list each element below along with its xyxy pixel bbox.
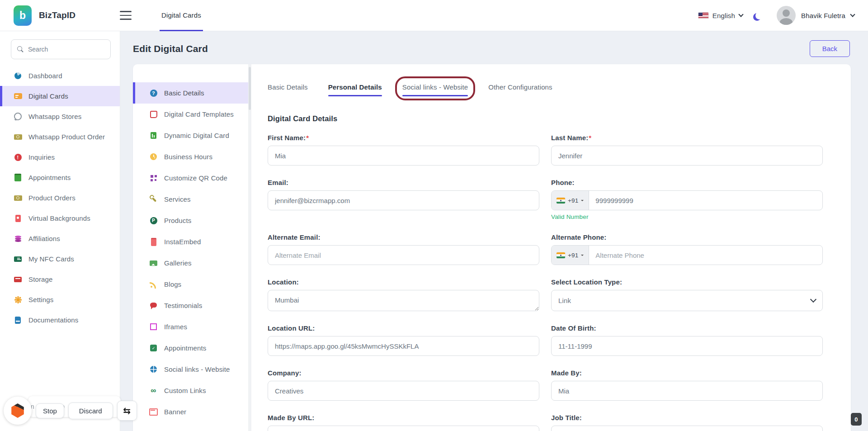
sidebar-item-label: Settings (28, 296, 53, 303)
select-value: Link (558, 297, 571, 304)
dial-code: +91 (568, 197, 578, 204)
user-menu[interactable]: Bhavik Fuletra (777, 6, 854, 25)
globe-icon (149, 365, 158, 374)
extension-logo-button[interactable] (4, 397, 32, 425)
phone-input[interactable] (589, 197, 822, 204)
tab-label: Basic Details (268, 83, 308, 91)
caret-down-icon (581, 255, 584, 257)
alternate-phone-phone-field: +91 (551, 245, 823, 265)
detail-tabs: Basic DetailsPersonal DetailsSocial link… (268, 82, 823, 101)
field-location: Location: (268, 278, 539, 311)
biztapid-logo-icon: b (14, 5, 32, 26)
sidebar-item-digital-cards[interactable]: Digital Cards (0, 86, 120, 106)
discard-button[interactable]: Discard (68, 403, 113, 419)
sidebar-item-product-orders[interactable]: Product Orders (0, 188, 120, 208)
panel-item-iframes[interactable]: Iframes (133, 316, 251, 337)
sidebar-item-label: Inquiries (28, 153, 55, 161)
alternate-phone-input[interactable] (589, 251, 822, 259)
made-by-url-input[interactable] (268, 426, 539, 431)
sidebar-item-whatsapp-stores[interactable]: Whatsapp Stores (0, 106, 120, 127)
required-asterisk: * (589, 134, 591, 142)
panel-item-custom-links[interactable]: Custom Links (133, 380, 251, 401)
sidebar-item-virtual-backgrounds[interactable]: Virtual Backgrounds (0, 208, 120, 228)
sidebar-item-dashboard[interactable]: Dashboard (0, 66, 120, 86)
panel-item-dynamic-digital-card[interactable]: Dynamic Digital Card (133, 125, 251, 146)
panel-item-blogs[interactable]: Blogs (133, 274, 251, 295)
field-last-name: Last Name:* (551, 134, 823, 166)
email-input[interactable] (268, 190, 539, 210)
digital-cards-icon (14, 92, 22, 100)
panel-item-galleries[interactable]: Galleries (133, 252, 251, 274)
tab-personal-details[interactable]: Personal Details (328, 82, 382, 94)
panel-item-label: Banner (164, 408, 186, 416)
avatar (777, 6, 796, 25)
panel-item-appointments[interactable]: Appointments (133, 337, 251, 359)
main-area: Edit Digital Card Back Basic DetailsDigi… (120, 31, 868, 431)
sidebar-search[interactable] (11, 39, 111, 59)
select-location-type-select[interactable]: Link (551, 290, 823, 311)
field-label-text: Job Title: (551, 414, 582, 422)
field-label: Date Of Birth: (551, 324, 823, 332)
date-of-birth-input[interactable] (551, 336, 823, 356)
tab-basic-details[interactable]: Basic Details (268, 82, 308, 94)
panel-scrollbar[interactable] (248, 64, 251, 431)
stop-button[interactable]: Stop (36, 403, 64, 418)
sidebar-item-affiliations[interactable]: Affiliations (0, 228, 120, 249)
field-made-by-url: Made By URL: (268, 414, 539, 431)
panel-item-digital-card-templates[interactable]: Digital Card Templates (133, 104, 251, 125)
field-job-title: Job Title: (551, 414, 823, 431)
sidebar-item-inquiries[interactable]: Inquiries (0, 147, 120, 167)
location-url-input[interactable] (268, 336, 539, 356)
location-textarea[interactable] (268, 290, 539, 311)
chevron-down-icon (850, 12, 855, 17)
sidebar-item-settings[interactable]: Settings (0, 289, 120, 310)
panel-item-services[interactable]: Services (133, 189, 251, 210)
tab-other-configurations[interactable]: Other Configurations (488, 82, 552, 94)
field-label: Alternate Phone: (551, 233, 823, 241)
tab-social-links-website[interactable]: Social links - Website (402, 82, 468, 94)
back-button[interactable]: Back (810, 40, 850, 57)
nav-tab-digital-cards[interactable]: Digital Cards (160, 0, 203, 31)
field-label-text: Date Of Birth: (551, 324, 596, 332)
panel-item-instaembed[interactable]: InstaEmbed (133, 231, 251, 252)
alternate-email-input[interactable] (268, 245, 539, 265)
card-templates-icon (149, 110, 158, 118)
sidebar-item-my-nfc-cards[interactable]: My NFC Cards (0, 249, 120, 269)
made-by-input[interactable] (551, 381, 823, 401)
sidebar-item-label: My NFC Cards (28, 255, 74, 263)
sidebar-item-appointments[interactable]: Appointments (0, 167, 120, 188)
field-date-of-birth: Date Of Birth: (551, 324, 823, 356)
sidebar-item-label: Affiliations (28, 235, 60, 242)
field-label: Last Name:* (551, 134, 823, 142)
field-label-text: First Name: (268, 134, 306, 142)
digital-card-form: First Name:*Last Name:*Email:Phone:+91Va… (268, 134, 823, 431)
panel-item-business-hours[interactable]: Business Hours (133, 146, 251, 167)
panel-item-customize-qr-code[interactable]: Customize QR Code (133, 167, 251, 189)
field-label-text: Location: (268, 278, 299, 286)
panel-item-testimonials[interactable]: Testimonials (133, 295, 251, 316)
company-input[interactable] (268, 381, 539, 401)
search-input[interactable] (28, 46, 110, 53)
panel-item-social-links-website[interactable]: Social links - Website (133, 359, 251, 380)
first-name-input[interactable] (268, 146, 539, 166)
sidebar-item-storage[interactable]: Storage (0, 269, 120, 289)
banner-icon (149, 407, 158, 416)
hamburger-menu-icon[interactable] (120, 11, 132, 20)
swap-arrows-button[interactable]: ⇆ (117, 401, 137, 421)
form-heading: Digital Card Details (268, 114, 823, 123)
panel-item-products[interactable]: Products (133, 210, 251, 231)
country-code-select[interactable]: +91 (552, 191, 589, 210)
panel-item-basic-details[interactable]: Basic Details (133, 82, 251, 104)
sidebar-item-whatsapp-product-order[interactable]: Whatsapp Product Order (0, 127, 120, 147)
field-label: Email: (268, 179, 539, 186)
custom-links-icon (149, 386, 158, 395)
job-title-input[interactable] (551, 426, 823, 431)
affiliations-icon (14, 234, 22, 243)
last-name-input[interactable] (551, 146, 823, 166)
country-code-select[interactable]: +91 (552, 246, 589, 265)
sidebar-item-documentations[interactable]: Documentations (0, 310, 120, 330)
dark-mode-toggle-moon-icon[interactable] (755, 12, 763, 19)
panel-item-banner[interactable]: Banner (133, 401, 251, 422)
settings-icon (14, 295, 22, 304)
language-selector[interactable]: English (698, 12, 743, 19)
